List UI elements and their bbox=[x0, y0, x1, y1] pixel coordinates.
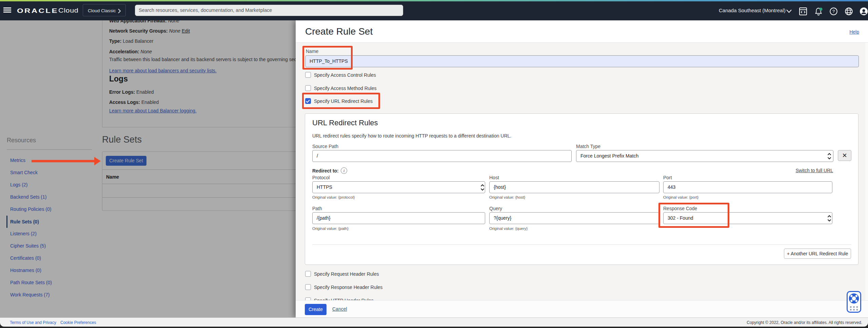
svg-text:?: ? bbox=[832, 9, 835, 14]
